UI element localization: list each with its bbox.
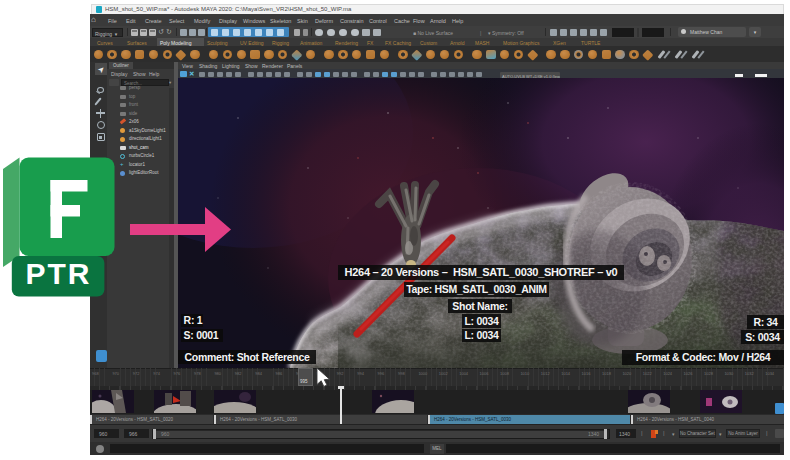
svg-text:PTR: PTR [26, 257, 92, 290]
